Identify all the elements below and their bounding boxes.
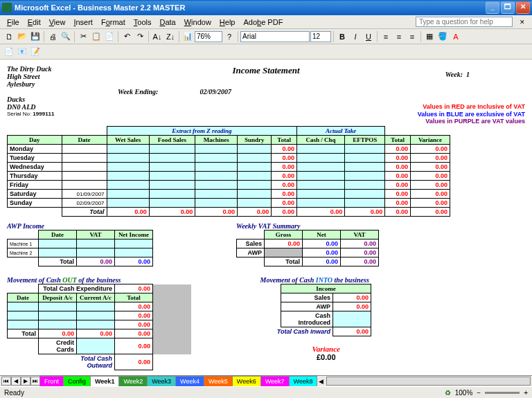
menu-help[interactable]: Help <box>215 17 240 28</box>
table-row[interactable]: Friday0.000.000.00 <box>8 181 450 190</box>
cash-in-table[interactable]: Income Sales0.00 AWP0.00 Cash Introduced… <box>260 284 372 336</box>
minimize-button[interactable]: _ <box>486 1 499 14</box>
tab-week2[interactable]: Week2 <box>118 376 148 386</box>
tab-week3[interactable]: Week3 <box>147 376 176 386</box>
vat-summary-table[interactable]: GrossNetVAT Sales0.000.000.00 AWP0.000.0… <box>236 230 379 266</box>
underline-icon[interactable]: U <box>362 30 375 43</box>
maximize-button[interactable]: 🗖 <box>501 1 515 14</box>
pdf-review-icon[interactable]: 📝 <box>29 46 42 58</box>
paste-icon[interactable]: 📄 <box>103 30 116 43</box>
chart-icon[interactable]: 📊 <box>181 30 194 43</box>
serial-label: Serial No: <box>7 111 31 117</box>
menu-bar: File Edit View Insert Format Tools Data … <box>0 15 532 29</box>
cut-icon[interactable]: ✂ <box>77 30 89 43</box>
menu-format[interactable]: Format <box>97 17 130 28</box>
income-table[interactable]: Extract from Z reading Actual Take DayDa… <box>7 126 450 217</box>
copy-icon[interactable]: 📋 <box>90 30 103 43</box>
borders-icon[interactable]: ▦ <box>423 30 436 43</box>
week-ending-label: Week Ending: <box>118 88 158 96</box>
table-row[interactable]: Thursday0.000.000.00 <box>8 172 450 181</box>
table-row[interactable]: Sunday02/09/20070.000.000.00 <box>8 199 450 208</box>
worksheet-area[interactable]: The Dirty Duck Income Statement Week: 1 … <box>0 60 532 375</box>
status-bar: Ready ♻ 100% − + <box>0 386 532 398</box>
menu-window[interactable]: Window <box>180 17 215 28</box>
recycle-icon: ♻ <box>445 389 451 397</box>
open-icon[interactable]: 📂 <box>16 30 28 43</box>
help-icon[interactable]: ? <box>223 30 236 43</box>
table-row[interactable]: Monday0.000.000.00 <box>8 145 450 154</box>
sort-asc-icon[interactable]: A↓ <box>151 30 163 43</box>
tab-week8[interactable]: Week8 <box>289 376 318 386</box>
status-zoom: 100% <box>455 389 473 397</box>
close-button[interactable]: ✕ <box>516 1 530 14</box>
vat-summary-title: Weekly VAT Summary <box>236 222 379 230</box>
week-ending-date: 02/09/2007 <box>200 88 231 96</box>
align-right-icon[interactable]: ≡ <box>406 30 418 43</box>
table-row[interactable]: Saturday01/09/20070.000.000.00 <box>8 190 450 199</box>
bold-icon[interactable]: B <box>336 30 348 43</box>
pdf-icon[interactable]: 📄 <box>3 46 15 58</box>
menu-tools[interactable]: Tools <box>130 17 156 28</box>
tab-config[interactable]: Config <box>63 376 91 386</box>
vat-note: Values in PURPLE are VAT values <box>7 118 525 125</box>
align-left-icon[interactable]: ≡ <box>380 30 392 43</box>
tab-week7[interactable]: Week7 <box>260 376 290 386</box>
fill-color-icon[interactable]: 🪣 <box>436 30 449 43</box>
save-icon[interactable]: 💾 <box>29 30 42 43</box>
menu-edit[interactable]: Edit <box>24 17 45 28</box>
cash-out-table[interactable]: Total Cash Expenditure0.00 DateDeposit A… <box>7 284 191 370</box>
zoom-slider[interactable] <box>485 392 520 394</box>
close-workbook-button[interactable]: ✕ <box>515 17 529 27</box>
fontsize-combo[interactable] <box>310 31 331 42</box>
menu-view[interactable]: View <box>45 17 70 28</box>
vat-note: Values in BLUE are exclusive of VAT <box>418 111 525 118</box>
print-preview-icon[interactable]: 🔍 <box>60 30 72 43</box>
tab-week6[interactable]: Week6 <box>232 376 261 386</box>
postcode: DN0 ALD <box>7 103 423 111</box>
window-titlebar: Microsoft Excel - Business Master 2.2 MA… <box>0 0 532 15</box>
tab-week5[interactable]: Week5 <box>204 376 233 386</box>
sheet-tabs: ⏮ ◀ ▶ ⏭ Front Config Week1 Week2 Week3 W… <box>0 375 532 386</box>
menu-data[interactable]: Data <box>155 17 179 28</box>
tab-nav-first[interactable]: ⏮ <box>1 377 11 386</box>
font-color-icon[interactable]: A <box>450 30 462 43</box>
week-label: Week: 1 <box>445 71 470 78</box>
help-search-input[interactable] <box>416 17 513 27</box>
menu-file[interactable]: File <box>3 17 24 28</box>
horizontal-scrollbar[interactable] <box>326 377 531 386</box>
cash-in-title: Movement of Cash INTO the business <box>260 276 372 284</box>
vat-note: Values in RED are Inclusive of VAT <box>423 103 525 111</box>
align-center-icon[interactable]: ≡ <box>393 30 405 43</box>
new-icon[interactable]: 🗋 <box>3 30 15 43</box>
serial-number: 1999111 <box>33 111 54 117</box>
sort-desc-icon[interactable]: Z↓ <box>164 30 177 43</box>
tab-week1[interactable]: Week1 <box>90 376 119 386</box>
tab-front[interactable]: Front <box>39 376 64 386</box>
table-row[interactable]: Tuesday0.000.000.00 <box>8 154 450 163</box>
font-combo[interactable] <box>240 31 310 42</box>
print-icon[interactable]: 🖨 <box>46 30 59 43</box>
undo-icon[interactable]: ↶ <box>121 30 133 43</box>
variance-value: £0.00 <box>281 353 372 361</box>
menu-adobe-pdf[interactable]: Adobe PDF <box>239 17 287 28</box>
excel-icon <box>2 3 12 12</box>
status-ready: Ready <box>4 389 24 397</box>
pdf-toolbar: 📄 📧 📝 <box>0 44 532 60</box>
tab-nav-next[interactable]: ▶ <box>21 377 30 386</box>
redo-icon[interactable]: ↷ <box>134 30 146 43</box>
pdf-mail-icon[interactable]: 📧 <box>16 46 28 58</box>
tab-nav-prev[interactable]: ◀ <box>11 377 21 386</box>
window-title: Microsoft Excel - Business Master 2.2 MA… <box>15 3 486 12</box>
tab-nav-last[interactable]: ⏭ <box>30 377 40 386</box>
italic-icon[interactable]: I <box>349 30 362 43</box>
menu-insert[interactable]: Insert <box>69 17 97 28</box>
address-line: Aylesbury <box>7 80 525 88</box>
tab-week4[interactable]: Week4 <box>175 376 204 386</box>
table-row[interactable]: Wednesday0.000.000.00 <box>8 163 450 172</box>
variance-label: Variance <box>281 345 372 353</box>
group-header: Extract from Z reading <box>107 127 297 136</box>
zoom-out-icon[interactable]: − <box>477 389 481 397</box>
zoom-in-icon[interactable]: + <box>524 389 528 397</box>
zoom-combo[interactable] <box>195 31 222 42</box>
awp-table[interactable]: DateVATNet Income Machine 1 Machine 2 To… <box>7 230 153 266</box>
